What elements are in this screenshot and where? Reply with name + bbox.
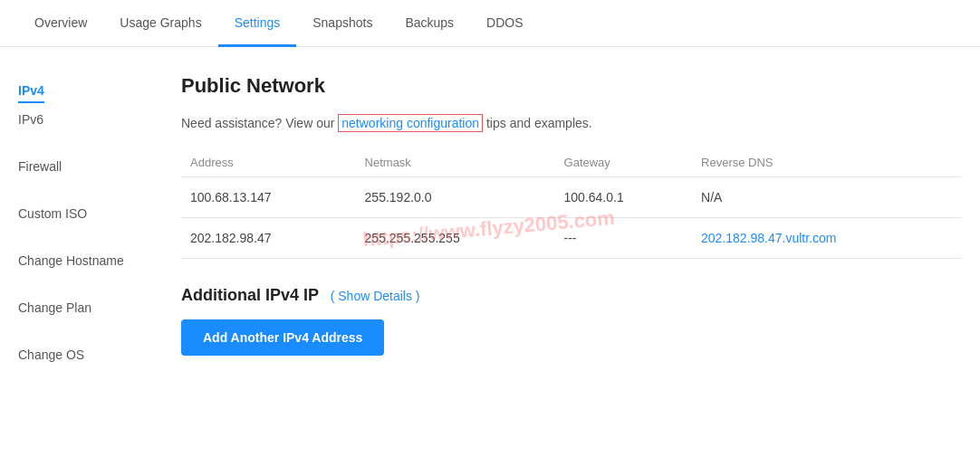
col-address: Address	[181, 148, 356, 177]
table-row: 202.182.98.47 255.255.255.255 --- 202.18…	[181, 218, 962, 259]
additional-ipv4-title: Additional IPv4 IP ( Show Details )	[181, 286, 962, 305]
additional-title-text: Additional IPv4 IP	[181, 286, 319, 304]
nav-item-ddos[interactable]: DDOS	[470, 0, 539, 47]
help-text-prefix: Need assistance? View our	[181, 116, 338, 130]
sidebar: IPv4 IPv6 Firewall Custom ISO Change Hos…	[18, 74, 145, 371]
table-row: 100.68.13.147 255.192.0.0 100.64.0.1 N/A	[181, 177, 962, 218]
sidebar-item-change-plan[interactable]: Change Plan	[18, 291, 145, 324]
row1-netmask: 255.192.0.0	[356, 177, 555, 218]
help-text-suffix: tips and examples.	[483, 116, 592, 130]
nav-item-usage-graphs[interactable]: Usage Graphs	[103, 0, 217, 47]
content-area: Public Network Need assistance? View our…	[145, 74, 962, 371]
row2-gateway: ---	[555, 218, 693, 259]
col-netmask: Netmask	[356, 148, 555, 177]
row2-netmask: 255.255.255.255	[356, 218, 555, 259]
col-gateway: Gateway	[555, 148, 693, 177]
sidebar-item-change-hostname[interactable]: Change Hostname	[18, 244, 145, 277]
add-ipv4-button[interactable]: Add Another IPv4 Address	[181, 319, 384, 356]
network-table: Address Netmask Gateway Reverse DNS 100.…	[181, 148, 962, 259]
col-reverse-dns: Reverse DNS	[692, 148, 962, 177]
table-header: Address Netmask Gateway Reverse DNS	[181, 148, 962, 177]
nav-item-settings[interactable]: Settings	[218, 0, 297, 47]
section-title: Public Network	[181, 74, 962, 98]
networking-config-link[interactable]: networking configuration	[338, 114, 483, 132]
sidebar-item-ipv6[interactable]: IPv6	[18, 103, 145, 136]
row1-address: 100.68.13.147	[181, 177, 356, 218]
show-details-link[interactable]: ( Show Details )	[331, 289, 420, 303]
row2-reverse-dns[interactable]: 202.182.98.47.vultr.com	[692, 218, 962, 259]
sidebar-item-change-os[interactable]: Change OS	[18, 338, 145, 371]
main-container: IPv4 IPv6 Firewall Custom ISO Change Hos…	[0, 47, 980, 398]
row1-gateway: 100.64.0.1	[555, 177, 693, 218]
sidebar-item-ipv4[interactable]: IPv4	[18, 74, 44, 103]
table-body: 100.68.13.147 255.192.0.0 100.64.0.1 N/A…	[181, 177, 962, 259]
sidebar-item-firewall[interactable]: Firewall	[18, 150, 145, 183]
sidebar-item-custom-iso[interactable]: Custom ISO	[18, 197, 145, 230]
help-text: Need assistance? View our networking con…	[181, 116, 962, 130]
row2-address: 202.182.98.47	[181, 218, 356, 259]
nav-item-overview[interactable]: Overview	[18, 0, 103, 47]
reverse-dns-link[interactable]: 202.182.98.47.vultr.com	[701, 231, 836, 245]
nav-item-backups[interactable]: Backups	[389, 0, 470, 47]
nav-item-snapshots[interactable]: Snapshots	[296, 0, 389, 47]
top-nav: Overview Usage Graphs Settings Snapshots…	[0, 0, 980, 47]
row1-reverse-dns: N/A	[692, 177, 962, 218]
